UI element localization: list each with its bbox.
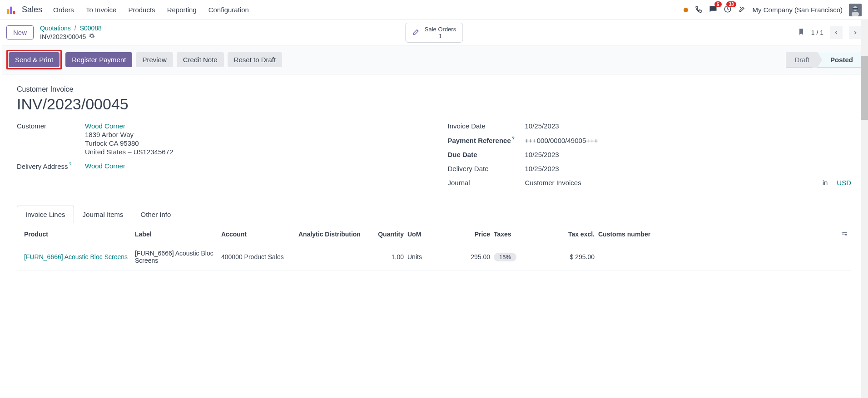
pager-next-button[interactable] xyxy=(849,26,862,39)
label-invoice-date: Invoice Date xyxy=(448,122,525,130)
label-payment-ref: Payment Reference? xyxy=(448,136,525,144)
cell-label: [FURN_6666] Acoustic Bloc Screens xyxy=(135,250,221,264)
th-product: Product xyxy=(17,231,135,238)
tab-journal-items[interactable]: Journal Items xyxy=(74,206,132,223)
nav-reporting[interactable]: Reporting xyxy=(167,6,197,14)
svg-rect-6 xyxy=(852,12,859,16)
addr-line-2: Turlock CA 95380 xyxy=(85,139,173,147)
th-price: Price xyxy=(444,231,494,238)
currency-link[interactable]: USD xyxy=(837,179,851,187)
delivery-addr-link[interactable]: Wood Corner xyxy=(85,162,125,170)
app-logo-icon[interactable] xyxy=(6,5,16,15)
tabs: Invoice Lines Journal Items Other Info xyxy=(17,206,851,223)
edit-icon xyxy=(412,28,420,37)
cell-product[interactable]: [FURN_6666] Acoustic Bloc Screens xyxy=(17,253,135,260)
help-icon[interactable]: ? xyxy=(512,136,515,141)
label-delivery-addr: Delivery Address? xyxy=(17,162,85,170)
clock-icon[interactable]: 33 xyxy=(724,5,732,15)
th-label: Label xyxy=(135,231,221,238)
label-journal: Journal xyxy=(448,179,525,187)
bookmark-icon[interactable] xyxy=(798,28,805,37)
cell-taxes: 15% xyxy=(494,253,544,261)
svg-rect-1 xyxy=(10,6,12,14)
sale-orders-button[interactable]: Sale Orders 1 xyxy=(405,23,463,43)
nav-to-invoice[interactable]: To Invoice xyxy=(86,6,117,14)
doc-type: Customer Invoice xyxy=(17,85,851,93)
register-payment-button[interactable]: Register Payment xyxy=(65,52,132,67)
nav-products[interactable]: Products xyxy=(128,6,155,14)
svg-rect-0 xyxy=(7,9,10,14)
th-quantity: Quantity xyxy=(367,231,407,238)
doc-title: INV/2023/00045 xyxy=(17,95,851,113)
nav-menu: Orders To Invoice Products Reporting Con… xyxy=(53,6,249,14)
table-row[interactable]: [FURN_6666] Acoustic Bloc Screens [FURN_… xyxy=(17,243,851,271)
svg-rect-7 xyxy=(853,8,858,10)
nav-configuration[interactable]: Configuration xyxy=(208,6,249,14)
activity-badge: 33 xyxy=(726,1,736,7)
status-pills: Draft Posted xyxy=(786,52,862,68)
app-title[interactable]: Sales xyxy=(22,5,42,15)
gear-icon[interactable] xyxy=(89,33,95,40)
value-payment-ref[interactable]: +++000/0000/49005+++ xyxy=(525,137,598,144)
invoice-lines-table: Product Label Account Analytic Distribut… xyxy=(17,226,851,271)
th-analytic: Analytic Distribution xyxy=(298,231,367,238)
label-in: in xyxy=(823,179,828,187)
addr-line-3: United States – US12345672 xyxy=(85,148,173,156)
chat-badge: 6 xyxy=(714,1,722,7)
cell-uom: Units xyxy=(407,253,444,260)
phone-icon[interactable] xyxy=(694,5,703,15)
tab-other-info[interactable]: Other Info xyxy=(132,206,180,223)
preview-button[interactable]: Preview xyxy=(136,52,173,67)
chat-icon[interactable]: 6 xyxy=(709,5,717,15)
crumb-quotations[interactable]: Quotations xyxy=(40,25,71,32)
th-account: Account xyxy=(221,231,298,238)
crumb-sep: / xyxy=(74,25,76,32)
th-customs: Customs number xyxy=(598,231,838,238)
header-right: 1 / 1 xyxy=(798,26,862,39)
help-icon[interactable]: ? xyxy=(69,162,72,167)
action-bar: Send & Print Register Payment Preview Cr… xyxy=(2,45,866,74)
new-button[interactable]: New xyxy=(6,25,34,39)
status-posted[interactable]: Posted xyxy=(818,52,862,68)
svg-point-8 xyxy=(842,232,843,233)
cell-account: 400000 Product Sales xyxy=(221,253,298,260)
status-dot-icon[interactable] xyxy=(684,8,688,12)
crumb-invoice: INV/2023/00045 xyxy=(40,33,86,40)
status-draft[interactable]: Draft xyxy=(786,52,818,68)
value-journal: Customer Invoices xyxy=(525,179,818,187)
tab-invoice-lines[interactable]: Invoice Lines xyxy=(17,206,74,223)
tax-chip[interactable]: 15% xyxy=(494,253,516,261)
label-delivery-date: Delivery Date xyxy=(448,165,525,172)
top-nav: Sales Orders To Invoice Products Reporti… xyxy=(0,0,868,20)
tools-icon[interactable] xyxy=(738,5,746,15)
addr-line-1: 1839 Arbor Way xyxy=(85,131,173,138)
svg-rect-2 xyxy=(13,10,15,14)
reset-draft-button[interactable]: Reset to Draft xyxy=(228,52,283,67)
th-tax-excl: Tax excl. xyxy=(544,231,598,238)
user-avatar[interactable] xyxy=(849,4,862,16)
customer-link[interactable]: Wood Corner xyxy=(85,122,173,130)
form-right-col: Invoice Date 10/25/2023 Payment Referenc… xyxy=(448,122,852,193)
cell-price: 295.00 xyxy=(444,253,494,260)
credit-note-button[interactable]: Credit Note xyxy=(177,52,224,67)
pager-prev-button[interactable] xyxy=(830,26,843,39)
cell-tax-excl: $ 295.00 xyxy=(544,253,598,260)
cell-quantity: 1.00 xyxy=(367,253,407,260)
crumb-order[interactable]: S00088 xyxy=(80,25,102,32)
label-customer: Customer xyxy=(17,122,85,130)
highlight-box: Send & Print xyxy=(6,50,62,69)
value-invoice-date: 10/25/2023 xyxy=(525,122,559,130)
topnav-right: 6 33 My Company (San Francisco) xyxy=(684,4,862,16)
scrollbar-thumb[interactable] xyxy=(861,56,868,120)
company-name[interactable]: My Company (San Francisco) xyxy=(753,6,843,14)
th-uom: UoM xyxy=(407,231,444,238)
label-due-date: Due Date xyxy=(448,151,525,158)
send-print-button[interactable]: Send & Print xyxy=(9,52,60,67)
value-due-date: 10/25/2023 xyxy=(525,151,559,158)
nav-orders[interactable]: Orders xyxy=(53,6,74,14)
scrollbar[interactable] xyxy=(861,20,868,282)
form-left-col: Customer Wood Corner 1839 Arbor Way Turl… xyxy=(17,122,421,193)
pager-text: 1 / 1 xyxy=(811,29,823,36)
column-settings-icon[interactable] xyxy=(838,231,851,238)
svg-point-9 xyxy=(845,234,846,235)
